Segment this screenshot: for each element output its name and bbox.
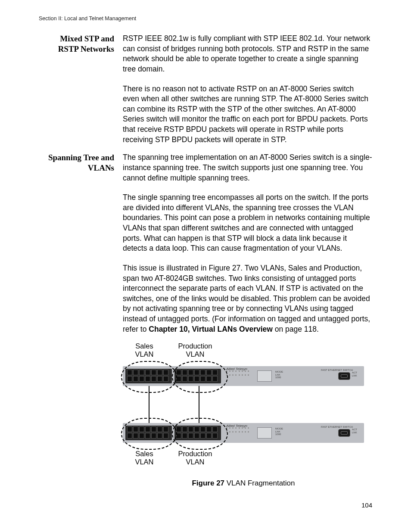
uplink-led-labels: ACTLNK: [352, 428, 357, 434]
vlan-label-production-top: Production VLAN: [169, 342, 221, 358]
section-spanning-tree-vlans: Spanning Tree and VLANs The spanning tre…: [39, 152, 372, 334]
label-line1: Sales: [135, 342, 153, 350]
port-led-labels: MODELNK1000: [275, 370, 283, 379]
figure-caption: Figure 27 VLAN Fragmentation: [123, 479, 364, 488]
paragraph: The spanning tree implementation on an A…: [123, 152, 372, 183]
body-column: RSTP IEEE 802.1w is fully compliant with…: [123, 34, 372, 145]
side-heading: Spanning Tree and VLANs: [39, 152, 114, 334]
led-panel: [226, 427, 250, 439]
body-column: The spanning tree implementation on an A…: [123, 152, 372, 334]
switch-model-label: FAST ETHERNET SWITCH: [321, 426, 353, 429]
label-line1: Production: [178, 342, 212, 350]
figure-27: Sales VLAN Production VLAN: [123, 342, 372, 488]
vlan-grouping-oval: [172, 418, 228, 450]
uplink-slot: [338, 429, 350, 437]
side-heading: Mixed STP and RSTP Networks: [39, 34, 114, 145]
ref-post: on page 118.: [273, 325, 319, 333]
port-led-labels: MODELNK1000: [275, 427, 283, 436]
document-page: Section II: Local and Telnet Management …: [0, 0, 411, 532]
cross-reference: Chapter 10, Virtual LANs Overview: [149, 325, 273, 333]
running-header: Section II: Local and Telnet Management: [39, 16, 372, 22]
module-bay: [257, 427, 272, 439]
led-panel: [226, 370, 250, 382]
vlan-grouping-oval: [172, 361, 228, 393]
label-line2: VLAN: [186, 350, 204, 358]
switch-model-label: FAST ETHERNET SWITCH: [321, 369, 353, 372]
module-bay: [257, 370, 272, 382]
figure-number: Figure 27: [192, 479, 224, 487]
label-line2: VLAN: [135, 350, 153, 358]
page-number: 104: [361, 501, 372, 509]
label-line1: Sales: [135, 450, 153, 457]
section-mixed-stp-rstp: Mixed STP and RSTP Networks RSTP IEEE 80…: [39, 34, 372, 145]
paragraph: RSTP IEEE 802.1w is fully compliant with…: [123, 34, 372, 75]
ref-pre: This issue is illustrated in Figure 27. …: [123, 264, 370, 333]
vlan-label-sales-top: Sales VLAN: [118, 342, 170, 358]
label-line2: VLAN: [135, 458, 153, 466]
paragraph-with-reference: This issue is illustrated in Figure 27. …: [123, 263, 372, 334]
vlan-label-sales-bottom: Sales VLAN: [118, 450, 170, 466]
label-line2: VLAN: [186, 458, 204, 466]
uplink-led-labels: ACTLNK: [352, 371, 357, 377]
paragraph: The single spanning tree encompasses all…: [123, 193, 372, 254]
vlan-fragmentation-diagram: Sales VLAN Production VLAN: [123, 342, 364, 471]
vlan-grouping-oval: [121, 418, 177, 450]
uplink-slot: [338, 372, 350, 380]
vlan-label-production-bottom: Production VLAN: [169, 450, 221, 466]
figure-title: VLAN Fragmentation: [224, 479, 295, 487]
paragraph: There is no reason not to activate RSTP …: [123, 84, 372, 145]
label-line1: Production: [178, 450, 212, 457]
